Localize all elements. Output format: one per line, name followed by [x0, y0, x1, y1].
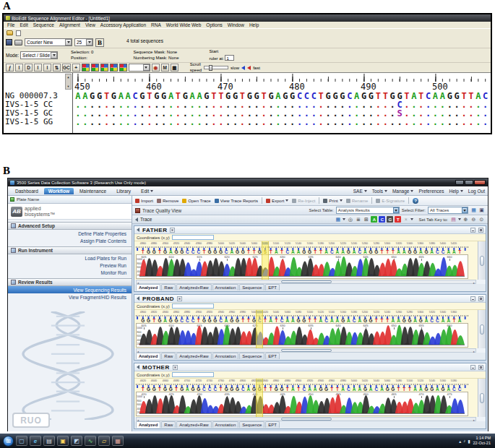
scroll-speed-slider[interactable]	[204, 66, 228, 69]
base-cell[interactable]: .	[82, 118, 89, 126]
import-button[interactable]: Import	[135, 199, 153, 203]
scroll-left-icon[interactable]: ◂	[137, 418, 139, 422]
updown-button[interactable]: ⇅	[53, 64, 61, 72]
inverse-button[interactable]: I	[34, 64, 42, 72]
scrollbar-thumb[interactable]	[480, 324, 484, 335]
copy-icon[interactable]: ⊞	[363, 216, 369, 223]
base-cell[interactable]: .	[146, 118, 153, 126]
font-select[interactable]: Courier New	[25, 38, 72, 46]
base-cell[interactable]: .	[103, 118, 111, 126]
base-cell[interactable]: .	[210, 118, 218, 126]
base-cell[interactable]: .	[346, 118, 353, 126]
base-cell[interactable]: .	[246, 118, 253, 126]
link-sae[interactable]: SAE	[353, 189, 367, 194]
collapse-trace-icon[interactable]	[135, 217, 138, 222]
collapse-panel-icon[interactable]	[137, 228, 139, 232]
vertical-scrollbar[interactable]	[478, 241, 486, 280]
minimize-panel-icon[interactable]	[470, 365, 475, 370]
base-g-toggle[interactable]: G	[387, 216, 393, 223]
trace-tab-analyzed[interactable]: Analyzed	[136, 284, 160, 290]
windows-explorer-icon[interactable]: ▣	[57, 436, 69, 446]
base-cell[interactable]: .	[482, 118, 489, 126]
base-cell[interactable]: .	[160, 118, 168, 126]
zoom-fit-icon[interactable]: ⊙	[478, 216, 485, 223]
print-button[interactable]: Print	[323, 199, 342, 203]
coordinates-input[interactable]	[172, 303, 214, 309]
menu-accessory-application[interactable]: Accessory Application	[100, 22, 146, 27]
tab-library[interactable]: Library	[112, 188, 135, 194]
show-hidden-icons[interactable]: ▴	[459, 439, 461, 444]
chevron-down-icon[interactable]	[393, 207, 399, 213]
font-button[interactable]: ƒ	[6, 64, 14, 72]
tab-dashboard[interactable]: Dashboard	[11, 188, 43, 194]
base-cell[interactable]: .	[425, 118, 432, 126]
scroll-right-icon[interactable]: ▸	[473, 350, 475, 353]
base-cell[interactable]: .	[361, 118, 368, 126]
menu-rna[interactable]: RNA	[151, 22, 161, 27]
sidebar-item-monitor-run[interactable]: Monitor Run	[8, 269, 132, 276]
base-cell[interactable]: .	[110, 118, 117, 126]
start-button[interactable]: ⊞	[3, 436, 14, 447]
base-cell[interactable]: .	[339, 118, 346, 126]
base-cell[interactable]: .	[453, 118, 460, 126]
link-manage[interactable]: Manage	[392, 189, 414, 194]
section-review-results[interactable]: Review Results	[8, 278, 132, 286]
trace-tab-sequence[interactable]: Sequence	[239, 421, 264, 428]
horizontal-scrollbar[interactable]: ◂▸	[136, 417, 476, 421]
slider-thumb[interactable]	[209, 65, 212, 71]
open-file-icon[interactable]	[7, 30, 13, 35]
base-cell[interactable]: .	[446, 118, 453, 126]
base-cell[interactable]: .	[89, 118, 96, 126]
base-cell[interactable]: .	[382, 118, 389, 126]
rename-button[interactable]: Rename	[346, 199, 369, 203]
new-document-icon[interactable]	[16, 30, 21, 36]
base-cell[interactable]: .	[260, 118, 267, 126]
color-view-button[interactable]	[91, 64, 99, 72]
media-icon[interactable]: ◩	[71, 436, 82, 446]
font-size-select[interactable]: 25	[74, 38, 93, 46]
table-grid-icon[interactable]: ▦	[470, 207, 477, 214]
minimize-button[interactable]	[455, 180, 464, 185]
direction-button[interactable]: D	[25, 64, 33, 72]
trace-tab-ept[interactable]: EPT	[265, 353, 280, 359]
export-button[interactable]: Export	[266, 199, 288, 203]
remove-button[interactable]: Remove	[157, 199, 178, 203]
zoom-in-icon[interactable]: ⊕	[462, 216, 469, 223]
menu-help[interactable]: Help	[249, 22, 259, 27]
close-panel-icon[interactable]	[170, 228, 175, 233]
base-cell[interactable]: .	[353, 118, 361, 126]
base-cell[interactable]: .	[139, 118, 146, 126]
trace-tab-raw[interactable]: Raw	[161, 284, 176, 290]
internet-explorer-icon[interactable]: e	[30, 436, 41, 446]
plus-button[interactable]: +	[72, 64, 80, 72]
close-button[interactable]	[474, 180, 486, 185]
scrollbar-spinner[interactable]: ▲▼	[65, 74, 72, 90]
base-cell[interactable]: .	[389, 118, 396, 126]
select-table-dropdown[interactable]: Analysis Results	[336, 207, 400, 214]
base-cell[interactable]: .	[418, 118, 425, 126]
scrollbar-thumb[interactable]	[480, 393, 484, 403]
base-cell[interactable]: .	[225, 118, 232, 126]
base-cell[interactable]: .	[374, 118, 382, 126]
color-view-button[interactable]	[100, 64, 108, 72]
base-cell[interactable]: .	[218, 118, 225, 126]
fast-arrow-icon[interactable]	[247, 66, 251, 70]
base-cell[interactable]: .	[468, 118, 475, 126]
base-a-toggle[interactable]: A	[371, 216, 377, 223]
trace-tab-analyzed[interactable]: Analyzed	[136, 353, 160, 359]
base-cell[interactable]: .	[238, 118, 246, 126]
table-layout-icon[interactable]: ▦	[335, 216, 341, 223]
trace-tab-raw[interactable]: Raw	[161, 421, 176, 428]
horizontal-scrollbar[interactable]: ◂▸	[136, 280, 476, 284]
menu-world-wide-web[interactable]: World Wide Web	[166, 22, 202, 27]
sidebar-item-view-fragment-hid-results[interactable]: View Fragment/HID Results	[8, 293, 132, 301]
base-cell[interactable]: .	[168, 118, 175, 126]
scrollbar-thumb[interactable]	[281, 418, 332, 421]
base-cell[interactable]: .	[439, 118, 446, 126]
base-cell[interactable]: .	[96, 118, 103, 126]
scroll-right-icon[interactable]: ▸	[473, 418, 475, 422]
base-cell[interactable]: .	[304, 118, 311, 126]
italic-button[interactable]: I	[15, 64, 23, 72]
re-inject-button[interactable]: Re-Inject	[292, 199, 315, 203]
scrollbar-thumb[interactable]	[281, 349, 332, 352]
